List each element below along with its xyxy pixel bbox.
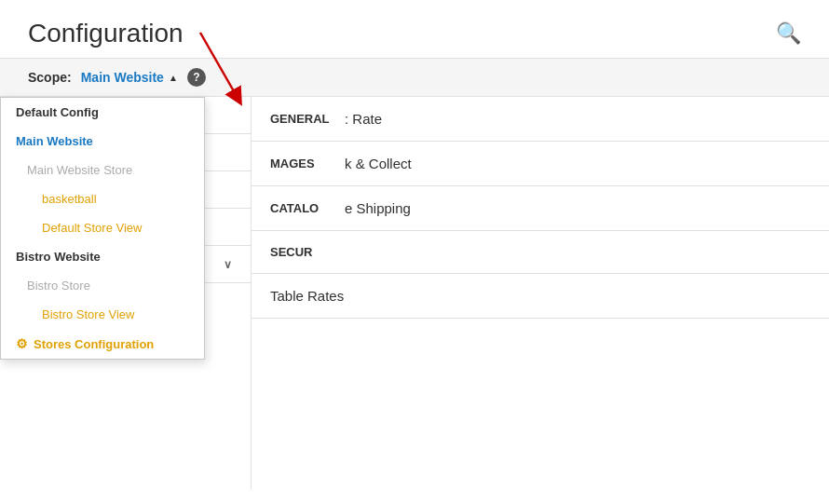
scope-bar: Scope: Main Website ▲ ? <box>0 58 829 97</box>
dropdown-item-default-config[interactable]: Default Config <box>1 98 204 127</box>
content-section-2: MAGES k & Collect <box>251 142 829 186</box>
section-content-1: : Rate <box>345 111 382 127</box>
section-title-2: MAGES <box>270 157 345 170</box>
scope-dropdown-menu: Default Config Main Website Main Website… <box>0 97 205 360</box>
scope-arrow-icon: ▲ <box>169 73 178 83</box>
dropdown-item-main-website[interactable]: Main Website <box>1 127 204 156</box>
dropdown-item-bistro-website[interactable]: Bistro Website <box>1 242 204 271</box>
content-section-3: CATALO e Shipping <box>251 186 829 231</box>
section-title-4: SECUR <box>270 245 345 259</box>
dropdown-item-bistro-store-view[interactable]: Bistro Store View <box>1 300 204 329</box>
content-area: GENERAL : Rate MAGES k & Collect CATALO … <box>251 97 829 489</box>
sidebar: Default Config Main Website Main Website… <box>0 97 251 489</box>
search-button[interactable]: 🔍 <box>776 21 801 46</box>
chevron-down-icon: ∨ <box>224 258 233 271</box>
scope-label: Scope: <box>28 70 72 85</box>
content-section-1: GENERAL : Rate <box>251 97 829 142</box>
section-content-3: e Shipping <box>345 200 411 216</box>
scope-dropdown-button[interactable]: Main Website ▲ <box>81 70 178 85</box>
section-title-1: GENERAL <box>270 112 345 126</box>
content-section-5: Table Rates <box>251 274 829 319</box>
dropdown-item-stores-configuration[interactable]: ⚙ Stores Configuration <box>1 329 204 359</box>
scope-current-value: Main Website <box>81 70 164 85</box>
page-title: Configuration <box>28 19 183 48</box>
dropdown-item-default-store-view[interactable]: Default Store View <box>1 213 204 242</box>
help-icon[interactable]: ? <box>187 68 206 87</box>
section-content-5: Table Rates <box>270 288 344 304</box>
section-title-3: CATALO <box>270 201 345 215</box>
gear-icon: ⚙ <box>16 336 28 351</box>
dropdown-item-basketball[interactable]: basketball <box>1 184 204 213</box>
section-content-2: k & Collect <box>345 156 412 171</box>
dropdown-item-main-website-store: Main Website Store <box>1 156 204 184</box>
page-header: Configuration 🔍 <box>0 0 829 58</box>
main-layout: Default Config Main Website Main Website… <box>0 97 829 489</box>
content-section-4: SECUR <box>251 231 829 274</box>
dropdown-item-bistro-store: Bistro Store <box>1 271 204 300</box>
stores-config-label: Stores Configuration <box>34 337 154 351</box>
